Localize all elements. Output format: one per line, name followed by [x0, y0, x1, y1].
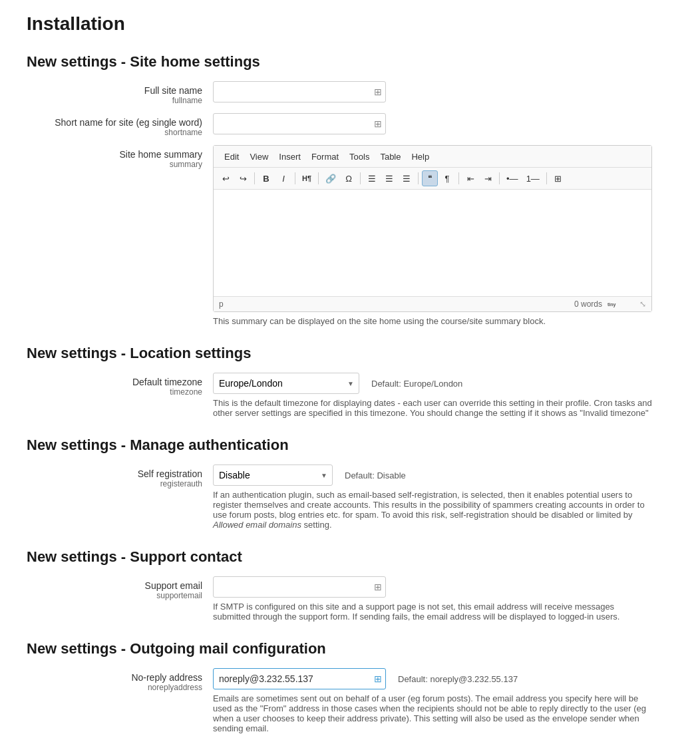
noreply-help: Emails are sometimes sent out on behalf …	[213, 693, 652, 733]
timezone-control: Europe/London UTC America/New_York Ameri…	[213, 373, 673, 418]
indent-out-button[interactable]: ⇤	[462, 170, 478, 186]
fullname-control: ⊞	[213, 81, 673, 102]
timezone-help: This is the default timezone for display…	[213, 398, 652, 418]
summary-control: Edit View Insert Format Tools Table Help…	[213, 145, 673, 326]
summary-row: Site home summary summary Edit View Inse…	[27, 145, 673, 326]
shortname-label: Short name for site (eg single word)	[27, 117, 202, 128]
editor-tag: p	[219, 299, 224, 309]
editor-body[interactable]	[214, 190, 651, 296]
editor-menu-tools[interactable]: Tools	[344, 148, 375, 164]
toolbar-sep-4	[360, 172, 361, 184]
paragraph-button[interactable]: ¶	[439, 170, 455, 186]
selfreg-default: Default: Disable	[345, 470, 406, 480]
svg-text:tiny: tiny	[608, 302, 616, 307]
summary-label-group: Site home summary summary	[27, 145, 213, 169]
block-formats-button[interactable]: ❝	[422, 170, 438, 186]
editor-menu-format[interactable]: Format	[306, 148, 344, 164]
noreply-sub: noreplyaddress	[27, 683, 202, 692]
noreply-input-wrapper: ⊞	[213, 668, 386, 689]
shortname-input[interactable]	[213, 113, 386, 134]
editor-menu-view[interactable]: View	[244, 148, 273, 164]
shortname-input-wrapper: ⊞	[213, 113, 386, 134]
redo-button[interactable]: ↪	[235, 170, 251, 186]
toolbar-sep-8	[546, 172, 547, 184]
editor-resize-handle[interactable]: ⤡	[639, 299, 646, 309]
summary-help: This summary can be displayed on the sit…	[213, 316, 652, 326]
selfreg-sub: registerauth	[27, 479, 202, 488]
selfreg-row: Self registration registerauth Disable E…	[27, 465, 673, 530]
editor-menubar: Edit View Insert Format Tools Table Help	[214, 146, 651, 168]
noreply-row: No-reply address noreplyaddress ⊞ Defaul…	[27, 668, 673, 733]
selfreg-label-group: Self registration registerauth	[27, 465, 213, 488]
bold-button[interactable]: B	[258, 170, 274, 186]
timezone-input-group: Europe/London UTC America/New_York Ameri…	[213, 373, 673, 394]
timezone-select[interactable]: Europe/London UTC America/New_York Ameri…	[213, 373, 359, 394]
fullname-input[interactable]	[213, 81, 386, 102]
align-center-button[interactable]: ☰	[381, 170, 397, 186]
editor-menu-table[interactable]: Table	[375, 148, 406, 164]
timezone-row: Default timezone timezone Europe/London …	[27, 373, 673, 418]
fullname-label-group: Full site name fullname	[27, 81, 213, 105]
selfreg-select-wrapper: Disable Email-based self-registration ▼	[213, 465, 333, 486]
location-heading: New settings - Location settings	[27, 345, 673, 362]
toolbar-sep-1	[254, 172, 255, 184]
align-right-button[interactable]: ☰	[399, 170, 415, 186]
editor-menu-edit[interactable]: Edit	[219, 148, 244, 164]
editor-word-count: 0 words	[574, 299, 602, 309]
shortname-label-group: Short name for site (eg single word) sho…	[27, 113, 213, 137]
bullet-list-button[interactable]: •—	[503, 170, 522, 186]
selfreg-input-group: Disable Email-based self-registration ▼ …	[213, 465, 673, 486]
noreply-label: No-reply address	[27, 672, 202, 683]
indent-in-button[interactable]: ⇥	[480, 170, 496, 186]
selfreg-label: Self registration	[27, 468, 202, 479]
outgoing-mail-section: New settings - Outgoing mail configurati…	[27, 640, 673, 733]
editor-menu-help[interactable]: Help	[406, 148, 435, 164]
timezone-label: Default timezone	[27, 377, 202, 387]
editor-toolbar: ↩ ↪ B I H¶ 🔗 Ω ☰ ☰ ☰ ❝ ¶	[214, 168, 651, 190]
noreply-input-group: ⊞ Default: noreply@3.232.55.137	[213, 668, 673, 689]
support-email-label: Support email	[27, 580, 202, 591]
support-email-label-group: Support email supportemail	[27, 576, 213, 600]
selfreg-help-link: Allowed email domains	[213, 520, 301, 530]
toolbar-sep-7	[499, 172, 500, 184]
location-section: New settings - Location settings Default…	[27, 345, 673, 418]
italic-button[interactable]: I	[275, 170, 291, 186]
support-email-input[interactable]	[213, 576, 386, 598]
toolbar-sep-5	[418, 172, 419, 184]
summary-label: Site home summary	[27, 149, 202, 160]
timezone-default: Default: Europe/London	[371, 379, 462, 389]
authentication-section: New settings - Manage authentication Sel…	[27, 437, 673, 530]
noreply-label-group: No-reply address noreplyaddress	[27, 668, 213, 692]
toolbar-sep-6	[458, 172, 459, 184]
fullname-label: Full site name	[27, 85, 202, 96]
selfreg-select[interactable]: Disable Email-based self-registration	[213, 465, 333, 486]
editor-footer: p 0 words tiny ⤡	[214, 296, 651, 311]
site-home-heading: New settings - Site home settings	[27, 53, 673, 71]
page-title: Installation	[27, 13, 673, 35]
headings-button[interactable]: H¶	[299, 170, 315, 186]
toolbar-sep-2	[295, 172, 295, 184]
selfreg-control: Disable Email-based self-registration ▼ …	[213, 465, 673, 530]
shortname-sub: shortname	[27, 128, 202, 137]
link-button[interactable]: 🔗	[322, 170, 339, 186]
timezone-label-group: Default timezone timezone	[27, 373, 213, 397]
special-chars-button[interactable]: Ω	[341, 170, 357, 186]
summary-sub: summary	[27, 160, 202, 169]
support-email-control: ⊞ If SMTP is configured on this site and…	[213, 576, 673, 622]
noreply-input[interactable]	[213, 668, 386, 689]
shortname-control: ⊞	[213, 113, 673, 134]
shortname-row: Short name for site (eg single word) sho…	[27, 113, 673, 137]
support-email-row: Support email supportemail ⊞ If SMTP is …	[27, 576, 673, 622]
support-section: New settings - Support contact Support e…	[27, 548, 673, 622]
authentication-heading: New settings - Manage authentication	[27, 437, 673, 454]
align-left-button[interactable]: ☰	[364, 170, 380, 186]
site-home-section: New settings - Site home settings Full s…	[27, 53, 673, 326]
toolbar-sep-3	[318, 172, 319, 184]
outgoing-mail-heading: New settings - Outgoing mail configurati…	[27, 640, 673, 657]
ordered-list-button[interactable]: 1—	[523, 170, 543, 186]
noreply-control: ⊞ Default: noreply@3.232.55.137 Emails a…	[213, 668, 673, 733]
editor-menu-insert[interactable]: Insert	[273, 148, 306, 164]
table-button[interactable]: ⊞	[550, 170, 566, 186]
noreply-default: Default: noreply@3.232.55.137	[398, 674, 518, 684]
undo-button[interactable]: ↩	[218, 170, 234, 186]
